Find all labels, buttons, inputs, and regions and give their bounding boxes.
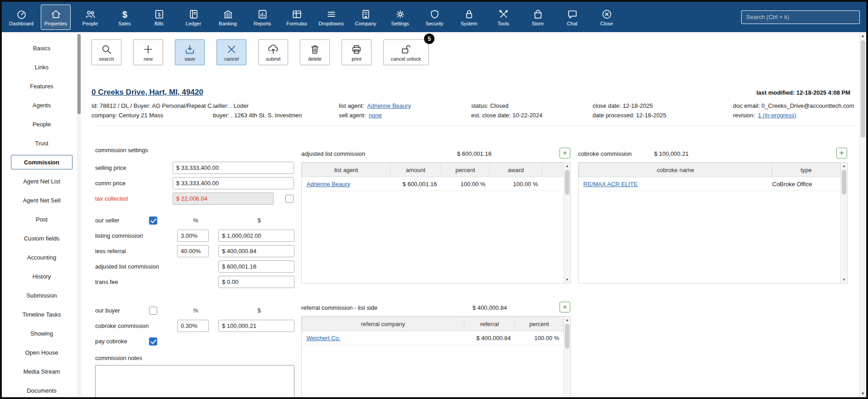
column-header[interactable]: type: [772, 163, 840, 177]
row-link[interactable]: Adrienne Beaury: [307, 181, 351, 187]
cobroke-commission-percent-input[interactable]: [177, 320, 209, 332]
column-header[interactable]: percent: [515, 317, 564, 331]
info-link[interactable]: Adrienne Beaury: [367, 102, 411, 109]
sidebar-item-custom-fields[interactable]: Custom fields: [2, 229, 82, 248]
nav-item-banking[interactable]: Banking: [213, 5, 243, 30]
table-row[interactable]: RE/MAX ACR ELITECoBroke Office: [579, 177, 840, 191]
print-button[interactable]: print: [342, 39, 371, 65]
sidebar-item-agent-net-sell[interactable]: Agent Net Sell: [2, 191, 82, 210]
column-header[interactable]: amount: [391, 163, 441, 177]
nav-item-store[interactable]: Store: [523, 5, 553, 30]
save-button[interactable]: save: [175, 39, 205, 65]
sidebar-item-people[interactable]: People: [2, 115, 82, 134]
pay-cobroke-checkbox[interactable]: [149, 337, 157, 346]
scrollbar-thumb[interactable]: [861, 40, 865, 138]
sidebar-item-links[interactable]: Links: [2, 58, 82, 77]
nav-item-ledger[interactable]: Ledger: [178, 5, 208, 30]
nav-item-company[interactable]: Company: [351, 5, 381, 30]
nav-item-label: Reports: [254, 21, 271, 26]
add-cobroke-button[interactable]: [836, 148, 847, 159]
cancel-button[interactable]: cancel: [217, 39, 246, 65]
sidebar-item-accounting[interactable]: Accounting: [2, 248, 82, 267]
page-scrollbar[interactable]: [859, 32, 866, 397]
sidebar-item-history[interactable]: History: [2, 267, 82, 286]
nav-item-bills[interactable]: $Bills: [144, 5, 174, 30]
add-list-agent-button[interactable]: [559, 148, 570, 159]
table-row[interactable]: Adrienne Beaury$ 600,001.16100.00 %100.0…: [302, 177, 563, 191]
row-link[interactable]: Weichert Co.: [307, 335, 341, 341]
column-header[interactable]: referral company: [302, 317, 464, 331]
nav-item-formulas[interactable]: Formulas: [282, 5, 312, 30]
sidebar-item-agent-net-list[interactable]: Agent Net List: [2, 172, 82, 191]
column-header[interactable]: referral: [464, 317, 515, 331]
sidebar-item-basics[interactable]: Basics: [2, 38, 82, 58]
panel-scrollbar[interactable]: [564, 163, 570, 283]
info-link[interactable]: 1 (in-progress): [758, 112, 796, 119]
add-referral-button[interactable]: [559, 302, 570, 312]
nav-item-security[interactable]: Security: [420, 5, 449, 30]
search-button[interactable]: search: [92, 39, 121, 65]
row-link[interactable]: RE/MAX ACR ELITE: [583, 181, 638, 187]
sidebar-item-documents[interactable]: Documents: [2, 381, 82, 399]
sidebar-scrollbar[interactable]: [77, 34, 81, 395]
sidebar-item-commission[interactable]: Commission: [11, 155, 72, 169]
cancel-unlock-button[interactable]: cancel unlock: [383, 39, 429, 65]
less-referral-percent-input[interactable]: [177, 245, 209, 257]
nav-item-chat[interactable]: Chat: [557, 5, 587, 30]
commission-notes-textarea[interactable]: [95, 365, 294, 397]
listing-commission-amount-input[interactable]: [218, 230, 294, 242]
our-seller-checkbox[interactable]: [149, 216, 157, 225]
comm-price-input[interactable]: [173, 177, 294, 189]
scrollbar-thumb[interactable]: [842, 170, 846, 195]
sidebar-item-trust[interactable]: Trust: [2, 134, 82, 153]
table-row[interactable]: Weichert Co.$ 400,000.84100.00 %: [302, 331, 564, 345]
nav-item-sales[interactable]: $Sales: [110, 5, 140, 30]
panel-title: adjusted list commission: [301, 150, 365, 157]
nav-item-system[interactable]: System: [454, 5, 484, 30]
info-link[interactable]: none: [369, 112, 382, 119]
sidebar-item-media-stream[interactable]: Media Stream: [2, 362, 82, 381]
sidebar-item-open-house[interactable]: Open House: [2, 343, 82, 362]
adjusted-list-commission-input[interactable]: [218, 260, 294, 273]
nav-item-close[interactable]: Close: [592, 5, 622, 30]
listing-commission-percent-input[interactable]: [177, 230, 209, 242]
column-header[interactable]: list agent: [302, 163, 391, 177]
submit-button[interactable]: submit: [258, 39, 288, 65]
column-header[interactable]: percent: [441, 163, 490, 177]
scrollbar-thumb[interactable]: [565, 324, 569, 349]
panel-table-referral: referral companyreferralpercentWeichert …: [302, 317, 570, 345]
property-title-link[interactable]: 0 Creeks Drive, Hart, MI, 49420: [92, 88, 203, 97]
sidebar-item-showing[interactable]: Showing: [2, 324, 82, 343]
global-search-input[interactable]: [741, 10, 860, 24]
tax-collected-checkbox[interactable]: [285, 195, 294, 203]
sidebar-item-features[interactable]: Features: [2, 77, 82, 96]
scrollbar-thumb[interactable]: [77, 34, 81, 114]
sidebar-item-submission[interactable]: Submission: [2, 286, 82, 305]
panel-title: cobroke commission: [578, 150, 632, 157]
our-seller-label: our seller: [95, 217, 146, 224]
nav-item-dropdowns[interactable]: Dropdowns: [316, 5, 346, 30]
trans-fee-input[interactable]: [218, 276, 294, 288]
people-icon: [85, 8, 96, 20]
delete-button[interactable]: delete: [300, 39, 330, 65]
sidebar-item-agents[interactable]: Agents: [2, 96, 82, 115]
cobroke-commission-amount-input[interactable]: [218, 320, 294, 332]
less-referral-amount-input[interactable]: [218, 245, 294, 257]
our-buyer-checkbox[interactable]: [149, 307, 157, 315]
nav-item-reports[interactable]: Reports: [247, 5, 277, 30]
new-button[interactable]: new: [133, 39, 163, 65]
nav-item-settings[interactable]: Settings: [385, 5, 415, 30]
nav-item-properties[interactable]: Properties: [41, 5, 71, 30]
panel-scrollbar[interactable]: [564, 317, 570, 397]
nav-item-people[interactable]: People: [75, 5, 105, 30]
selling-price-input[interactable]: [173, 162, 294, 174]
column-header[interactable]: award: [490, 163, 542, 177]
panel-scrollbar[interactable]: [840, 163, 847, 283]
sidebar-item-post[interactable]: Post: [2, 210, 82, 229]
sidebar-item-timeline-tasks[interactable]: Timeline Tasks: [2, 305, 82, 324]
nav-item-dashboard[interactable]: Dashboard: [6, 5, 36, 30]
scrollbar-thumb[interactable]: [565, 170, 569, 195]
tax-collected-input[interactable]: [173, 192, 274, 205]
column-header[interactable]: cobroke name: [579, 163, 772, 177]
nav-item-tools[interactable]: Tools: [488, 5, 518, 30]
